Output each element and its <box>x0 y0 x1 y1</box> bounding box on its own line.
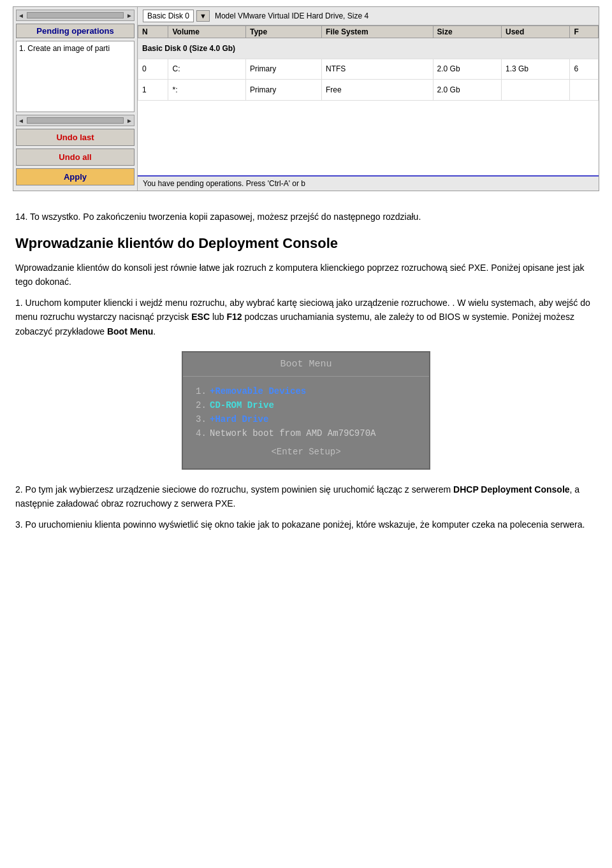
cell-n-0: 0 <box>138 59 168 80</box>
cell-used-0: 1.3 Gb <box>501 59 569 80</box>
cell-used-1 <box>501 80 569 101</box>
boot-menu-container: Boot Menu 1. +Removable Devices 2. CD-RO… <box>15 351 597 470</box>
pending-operations-label: Pending operations <box>16 24 135 38</box>
step1-f12: F12 <box>226 312 242 322</box>
boot-item-2-num: 2. <box>196 400 210 410</box>
cell-fs-1: Free <box>321 80 433 101</box>
boot-item-1-label: +Removable Devices <box>210 386 306 396</box>
table-row: 1 *: Primary Free 2.0 Gb <box>138 80 599 101</box>
status-bar: You have pending operations. Press 'Ctrl… <box>138 175 599 191</box>
cell-n-1: 1 <box>138 80 168 101</box>
step1-lub: lub <box>210 312 226 322</box>
disk-dropdown-arrow[interactable]: ▼ <box>196 10 210 22</box>
disk-group-label: Basic Disk 0 (Size 4.0 Gb) <box>138 38 599 59</box>
scroll-right-arrow[interactable]: ► <box>126 12 133 19</box>
disk-header: Basic Disk 0 ▼ Model VMware Virtual IDE … <box>138 7 599 25</box>
partition-table: N Volume Type File System Size Used F Ba… <box>138 25 599 101</box>
apply-button[interactable]: Apply <box>16 168 135 185</box>
scroll-left-arrow[interactable]: ◄ <box>18 12 24 19</box>
boot-menu-items: 1. +Removable Devices 2. CD-ROM Drive 3.… <box>183 377 429 468</box>
disk-group-row: Basic Disk 0 (Size 4.0 Gb) <box>138 38 599 59</box>
left-panel: ◄ ► Pending operations 1. Create an imag… <box>13 7 138 191</box>
col-used: Used <box>501 26 569 38</box>
scroll-right-arrow-bottom[interactable]: ► <box>126 117 133 124</box>
boot-enter-setup: <Enter Setup> <box>196 440 416 461</box>
boot-item-1-num: 1. <box>196 386 210 396</box>
intro-paragraph: Wprowadzanie klientów do konsoli jest ró… <box>15 261 597 289</box>
cell-type-0: Primary <box>245 59 321 80</box>
cell-fs-0: NTFS <box>321 59 433 80</box>
undo-last-button[interactable]: Undo last <box>16 129 135 146</box>
table-row: 0 C: Primary NTFS 2.0 Gb 1.3 Gb 6 <box>138 59 599 80</box>
cell-type-1: Primary <box>245 80 321 101</box>
boot-item-4-label: Network boot from AMD Am79C970A <box>210 428 375 438</box>
boot-item-1: 1. +Removable Devices <box>196 384 416 398</box>
right-panel: Basic Disk 0 ▼ Model VMware Virtual IDE … <box>138 7 599 191</box>
step1-esc: ESC <box>191 312 210 322</box>
operations-list: 1. Create an image of parti <box>16 41 135 112</box>
step2-bold: DHCP Deployment Console <box>453 484 570 495</box>
step2-prefix: 2. Po tym jak wybierzesz urządzenie siec… <box>15 484 453 495</box>
boot-item-4: 4. Network boot from AMD Am79C970A <box>196 426 416 440</box>
scrollbar-top[interactable]: ◄ ► <box>16 10 135 21</box>
step-14-text: 14. To wszystko. Po zakończeniu tworzeni… <box>15 210 597 224</box>
step-3-text: 3. Po uruchomieniu klienta powinno wyświ… <box>15 517 597 532</box>
boot-item-3-label: +Hard Drive <box>210 414 268 424</box>
col-n: N <box>138 26 168 38</box>
boot-item-3: 3. +Hard Drive <box>196 412 416 426</box>
boot-item-2: 2. CD-ROM Drive <box>196 398 416 412</box>
col-size: Size <box>433 26 501 38</box>
main-content: 14. To wszystko. Po zakończeniu tworzeni… <box>0 204 612 551</box>
disk-select[interactable]: Basic Disk 0 <box>143 10 194 22</box>
boot-item-3-num: 3. <box>196 414 210 424</box>
boot-menu-box: Boot Menu 1. +Removable Devices 2. CD-RO… <box>182 351 430 470</box>
step-2-text: 2. Po tym jak wybierzesz urządzenie siec… <box>15 482 597 511</box>
col-volume: Volume <box>168 26 245 38</box>
col-filesystem: File System <box>321 26 433 38</box>
boot-item-2-label: CD-ROM Drive <box>210 400 274 410</box>
cell-size-1: 2.0 Gb <box>433 80 501 101</box>
disk-model-text: Model VMware Virtual IDE Hard Drive, Siz… <box>215 11 368 20</box>
scroll-thumb-bottom <box>27 117 124 124</box>
col-type: Type <box>245 26 321 38</box>
undo-all-button[interactable]: Undo all <box>16 148 135 166</box>
step1-end: . <box>153 326 156 336</box>
cell-extra-0: 6 <box>570 59 599 80</box>
section-heading: Wprowadzanie klientów do Deployment Cons… <box>15 235 597 252</box>
boot-menu-title: Boot Menu <box>183 352 429 377</box>
boot-item-4-num: 4. <box>196 428 210 438</box>
col-extra: F <box>570 26 599 38</box>
scroll-left-arrow-bottom[interactable]: ◄ <box>18 117 24 124</box>
cell-volume-0: C: <box>168 59 245 80</box>
step-1-text: 1. Uruchom komputer kliencki i wejdź men… <box>15 296 597 338</box>
cell-extra-1 <box>570 80 599 101</box>
cell-volume-1: *: <box>168 80 245 101</box>
cell-size-0: 2.0 Gb <box>433 59 501 80</box>
screenshot-area: ◄ ► Pending operations 1. Create an imag… <box>13 6 599 191</box>
step1-boot-menu: Boot Menu <box>107 326 153 336</box>
ops-list-item: 1. Create an image of parti <box>19 44 110 53</box>
scrollbar-bottom[interactable]: ◄ ► <box>16 115 135 126</box>
scroll-thumb-top <box>27 12 124 18</box>
